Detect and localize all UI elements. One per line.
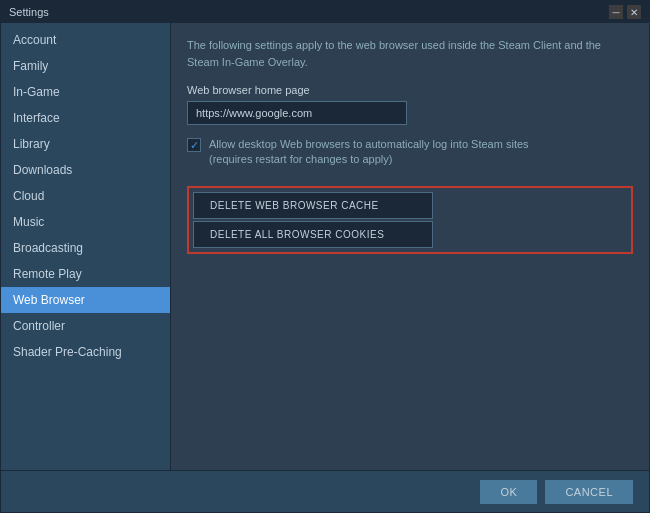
checkbox-label: Allow desktop Web browsers to automatica… [209,137,529,168]
sidebar-item-library[interactable]: Library [1,131,170,157]
sidebar-item-shader-pre-caching[interactable]: Shader Pre-Caching [1,339,170,365]
auto-login-checkbox[interactable]: ✓ [187,138,201,152]
checkbox-row: ✓ Allow desktop Web browsers to automati… [187,137,633,168]
sidebar: AccountFamilyIn-GameInterfaceLibraryDown… [1,23,171,470]
home-page-label: Web browser home page [187,84,633,96]
sidebar-item-interface[interactable]: Interface [1,105,170,131]
sidebar-item-remote-play[interactable]: Remote Play [1,261,170,287]
home-page-input[interactable] [187,101,407,125]
sidebar-item-downloads[interactable]: Downloads [1,157,170,183]
sidebar-item-family[interactable]: Family [1,53,170,79]
sidebar-item-broadcasting[interactable]: Broadcasting [1,235,170,261]
close-button[interactable]: ✕ [627,5,641,19]
sidebar-item-cloud[interactable]: Cloud [1,183,170,209]
window-controls: ─ ✕ [609,5,641,19]
ok-button[interactable]: OK [480,480,537,504]
delete-cache-button[interactable]: DELETE WEB BROWSER CACHE [193,192,433,219]
window-title: Settings [9,6,49,18]
minimize-button[interactable]: ─ [609,5,623,19]
sidebar-item-in-game[interactable]: In-Game [1,79,170,105]
settings-window: Settings ─ ✕ AccountFamilyIn-GameInterfa… [0,0,650,513]
sidebar-item-music[interactable]: Music [1,209,170,235]
cancel-button[interactable]: CANCEL [545,480,633,504]
checkmark-icon: ✓ [190,140,199,151]
content-area: AccountFamilyIn-GameInterfaceLibraryDown… [1,23,649,470]
browser-actions-group: DELETE WEB BROWSER CACHE DELETE ALL BROW… [187,186,633,254]
title-bar: Settings ─ ✕ [1,1,649,23]
sidebar-item-account[interactable]: Account [1,27,170,53]
description-text: The following settings apply to the web … [187,37,633,70]
sidebar-item-web-browser[interactable]: Web Browser [1,287,170,313]
main-panel: The following settings apply to the web … [171,23,649,470]
footer: OK CANCEL [1,470,649,512]
sidebar-item-controller[interactable]: Controller [1,313,170,339]
delete-cookies-button[interactable]: DELETE ALL BROWSER COOKIES [193,221,433,248]
